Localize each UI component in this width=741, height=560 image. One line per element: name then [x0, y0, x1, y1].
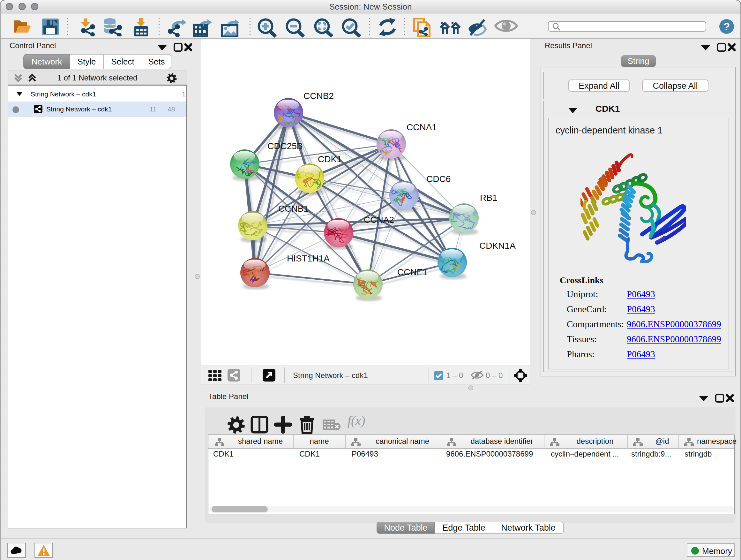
svg-text:RB1: RB1 — [480, 193, 497, 203]
svg-text:CCNA2: CCNA2 — [364, 215, 394, 225]
svg-text:CDK1: CDK1 — [318, 154, 342, 164]
svg-text:CCNE1: CCNE1 — [397, 267, 428, 277]
svg-text:CDC6: CDC6 — [426, 174, 451, 184]
svg-text:CCNB1: CCNB1 — [278, 204, 309, 213]
svg-text:HIST1H1A: HIST1H1A — [287, 253, 330, 263]
svg-text:CCNA1: CCNA1 — [407, 122, 437, 132]
svg-text:CDC25B: CDC25B — [267, 141, 302, 151]
svg-text:?: ? — [724, 20, 730, 33]
svg-text:CCNB2: CCNB2 — [304, 91, 334, 101]
svg-text:CDKN1A: CDKN1A — [479, 241, 516, 251]
